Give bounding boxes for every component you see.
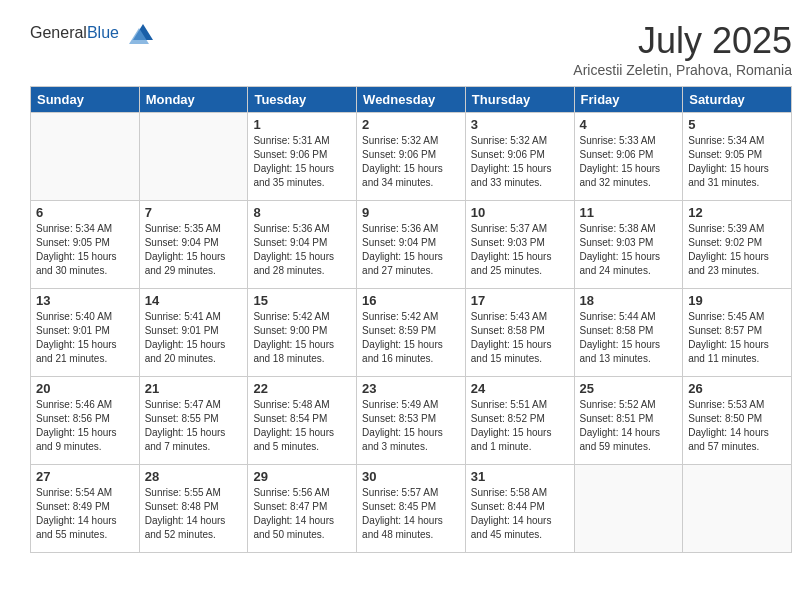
day-number: 4 bbox=[580, 117, 678, 132]
day-number: 10 bbox=[471, 205, 569, 220]
day-info: Sunrise: 5:56 AM Sunset: 8:47 PM Dayligh… bbox=[253, 486, 351, 542]
logo: GeneralBlue bbox=[30, 20, 153, 48]
calendar-cell: 1Sunrise: 5:31 AM Sunset: 9:06 PM Daylig… bbox=[248, 113, 357, 201]
calendar-cell bbox=[683, 465, 792, 553]
col-header-tuesday: Tuesday bbox=[248, 87, 357, 113]
calendar-cell: 17Sunrise: 5:43 AM Sunset: 8:58 PM Dayli… bbox=[465, 289, 574, 377]
day-info: Sunrise: 5:38 AM Sunset: 9:03 PM Dayligh… bbox=[580, 222, 678, 278]
day-number: 21 bbox=[145, 381, 243, 396]
day-number: 3 bbox=[471, 117, 569, 132]
calendar-cell: 31Sunrise: 5:58 AM Sunset: 8:44 PM Dayli… bbox=[465, 465, 574, 553]
day-info: Sunrise: 5:44 AM Sunset: 8:58 PM Dayligh… bbox=[580, 310, 678, 366]
calendar-cell: 29Sunrise: 5:56 AM Sunset: 8:47 PM Dayli… bbox=[248, 465, 357, 553]
day-number: 30 bbox=[362, 469, 460, 484]
day-info: Sunrise: 5:53 AM Sunset: 8:50 PM Dayligh… bbox=[688, 398, 786, 454]
day-info: Sunrise: 5:31 AM Sunset: 9:06 PM Dayligh… bbox=[253, 134, 351, 190]
calendar-cell: 30Sunrise: 5:57 AM Sunset: 8:45 PM Dayli… bbox=[357, 465, 466, 553]
day-number: 13 bbox=[36, 293, 134, 308]
calendar-cell bbox=[31, 113, 140, 201]
day-number: 29 bbox=[253, 469, 351, 484]
day-info: Sunrise: 5:37 AM Sunset: 9:03 PM Dayligh… bbox=[471, 222, 569, 278]
day-info: Sunrise: 5:52 AM Sunset: 8:51 PM Dayligh… bbox=[580, 398, 678, 454]
week-row-1: 1Sunrise: 5:31 AM Sunset: 9:06 PM Daylig… bbox=[31, 113, 792, 201]
day-number: 5 bbox=[688, 117, 786, 132]
day-info: Sunrise: 5:36 AM Sunset: 9:04 PM Dayligh… bbox=[362, 222, 460, 278]
logo-general-text: General bbox=[30, 24, 87, 41]
week-row-3: 13Sunrise: 5:40 AM Sunset: 9:01 PM Dayli… bbox=[31, 289, 792, 377]
day-number: 15 bbox=[253, 293, 351, 308]
calendar-cell: 13Sunrise: 5:40 AM Sunset: 9:01 PM Dayli… bbox=[31, 289, 140, 377]
day-info: Sunrise: 5:55 AM Sunset: 8:48 PM Dayligh… bbox=[145, 486, 243, 542]
day-number: 1 bbox=[253, 117, 351, 132]
calendar-header-row: SundayMondayTuesdayWednesdayThursdayFrid… bbox=[31, 87, 792, 113]
calendar-cell: 26Sunrise: 5:53 AM Sunset: 8:50 PM Dayli… bbox=[683, 377, 792, 465]
day-info: Sunrise: 5:32 AM Sunset: 9:06 PM Dayligh… bbox=[471, 134, 569, 190]
calendar-cell: 25Sunrise: 5:52 AM Sunset: 8:51 PM Dayli… bbox=[574, 377, 683, 465]
day-number: 11 bbox=[580, 205, 678, 220]
calendar-cell: 28Sunrise: 5:55 AM Sunset: 8:48 PM Dayli… bbox=[139, 465, 248, 553]
day-info: Sunrise: 5:58 AM Sunset: 8:44 PM Dayligh… bbox=[471, 486, 569, 542]
header: GeneralBlue July 2025 Aricestii Zeletin,… bbox=[30, 20, 792, 78]
day-number: 7 bbox=[145, 205, 243, 220]
day-number: 17 bbox=[471, 293, 569, 308]
calendar-cell: 15Sunrise: 5:42 AM Sunset: 9:00 PM Dayli… bbox=[248, 289, 357, 377]
day-info: Sunrise: 5:46 AM Sunset: 8:56 PM Dayligh… bbox=[36, 398, 134, 454]
day-number: 25 bbox=[580, 381, 678, 396]
day-info: Sunrise: 5:41 AM Sunset: 9:01 PM Dayligh… bbox=[145, 310, 243, 366]
month-title: July 2025 bbox=[573, 20, 792, 62]
day-number: 2 bbox=[362, 117, 460, 132]
day-info: Sunrise: 5:45 AM Sunset: 8:57 PM Dayligh… bbox=[688, 310, 786, 366]
day-info: Sunrise: 5:32 AM Sunset: 9:06 PM Dayligh… bbox=[362, 134, 460, 190]
calendar-cell: 5Sunrise: 5:34 AM Sunset: 9:05 PM Daylig… bbox=[683, 113, 792, 201]
day-info: Sunrise: 5:34 AM Sunset: 9:05 PM Dayligh… bbox=[36, 222, 134, 278]
day-number: 27 bbox=[36, 469, 134, 484]
day-number: 12 bbox=[688, 205, 786, 220]
day-info: Sunrise: 5:42 AM Sunset: 9:00 PM Dayligh… bbox=[253, 310, 351, 366]
week-row-2: 6Sunrise: 5:34 AM Sunset: 9:05 PM Daylig… bbox=[31, 201, 792, 289]
day-number: 16 bbox=[362, 293, 460, 308]
week-row-4: 20Sunrise: 5:46 AM Sunset: 8:56 PM Dayli… bbox=[31, 377, 792, 465]
calendar-cell: 12Sunrise: 5:39 AM Sunset: 9:02 PM Dayli… bbox=[683, 201, 792, 289]
day-info: Sunrise: 5:47 AM Sunset: 8:55 PM Dayligh… bbox=[145, 398, 243, 454]
col-header-friday: Friday bbox=[574, 87, 683, 113]
calendar-cell: 4Sunrise: 5:33 AM Sunset: 9:06 PM Daylig… bbox=[574, 113, 683, 201]
day-info: Sunrise: 5:35 AM Sunset: 9:04 PM Dayligh… bbox=[145, 222, 243, 278]
calendar-cell: 9Sunrise: 5:36 AM Sunset: 9:04 PM Daylig… bbox=[357, 201, 466, 289]
day-number: 26 bbox=[688, 381, 786, 396]
calendar-cell: 16Sunrise: 5:42 AM Sunset: 8:59 PM Dayli… bbox=[357, 289, 466, 377]
logo-blue-text: Blue bbox=[87, 24, 119, 41]
calendar-cell: 24Sunrise: 5:51 AM Sunset: 8:52 PM Dayli… bbox=[465, 377, 574, 465]
day-info: Sunrise: 5:57 AM Sunset: 8:45 PM Dayligh… bbox=[362, 486, 460, 542]
day-info: Sunrise: 5:54 AM Sunset: 8:49 PM Dayligh… bbox=[36, 486, 134, 542]
day-info: Sunrise: 5:49 AM Sunset: 8:53 PM Dayligh… bbox=[362, 398, 460, 454]
day-number: 28 bbox=[145, 469, 243, 484]
calendar-cell bbox=[574, 465, 683, 553]
day-info: Sunrise: 5:48 AM Sunset: 8:54 PM Dayligh… bbox=[253, 398, 351, 454]
calendar-table: SundayMondayTuesdayWednesdayThursdayFrid… bbox=[30, 86, 792, 553]
calendar-cell: 18Sunrise: 5:44 AM Sunset: 8:58 PM Dayli… bbox=[574, 289, 683, 377]
week-row-5: 27Sunrise: 5:54 AM Sunset: 8:49 PM Dayli… bbox=[31, 465, 792, 553]
calendar-cell: 23Sunrise: 5:49 AM Sunset: 8:53 PM Dayli… bbox=[357, 377, 466, 465]
day-number: 24 bbox=[471, 381, 569, 396]
col-header-saturday: Saturday bbox=[683, 87, 792, 113]
location: Aricestii Zeletin, Prahova, Romania bbox=[573, 62, 792, 78]
col-header-sunday: Sunday bbox=[31, 87, 140, 113]
title-block: July 2025 Aricestii Zeletin, Prahova, Ro… bbox=[573, 20, 792, 78]
calendar-cell: 27Sunrise: 5:54 AM Sunset: 8:49 PM Dayli… bbox=[31, 465, 140, 553]
day-info: Sunrise: 5:36 AM Sunset: 9:04 PM Dayligh… bbox=[253, 222, 351, 278]
col-header-wednesday: Wednesday bbox=[357, 87, 466, 113]
calendar-cell: 11Sunrise: 5:38 AM Sunset: 9:03 PM Dayli… bbox=[574, 201, 683, 289]
calendar-cell: 22Sunrise: 5:48 AM Sunset: 8:54 PM Dayli… bbox=[248, 377, 357, 465]
calendar-cell: 20Sunrise: 5:46 AM Sunset: 8:56 PM Dayli… bbox=[31, 377, 140, 465]
calendar-page: GeneralBlue July 2025 Aricestii Zeletin,… bbox=[15, 10, 792, 612]
day-number: 23 bbox=[362, 381, 460, 396]
calendar-cell: 8Sunrise: 5:36 AM Sunset: 9:04 PM Daylig… bbox=[248, 201, 357, 289]
calendar-cell: 2Sunrise: 5:32 AM Sunset: 9:06 PM Daylig… bbox=[357, 113, 466, 201]
day-number: 14 bbox=[145, 293, 243, 308]
day-info: Sunrise: 5:43 AM Sunset: 8:58 PM Dayligh… bbox=[471, 310, 569, 366]
calendar-cell: 7Sunrise: 5:35 AM Sunset: 9:04 PM Daylig… bbox=[139, 201, 248, 289]
day-number: 22 bbox=[253, 381, 351, 396]
calendar-cell: 6Sunrise: 5:34 AM Sunset: 9:05 PM Daylig… bbox=[31, 201, 140, 289]
day-info: Sunrise: 5:51 AM Sunset: 8:52 PM Dayligh… bbox=[471, 398, 569, 454]
calendar-cell bbox=[139, 113, 248, 201]
